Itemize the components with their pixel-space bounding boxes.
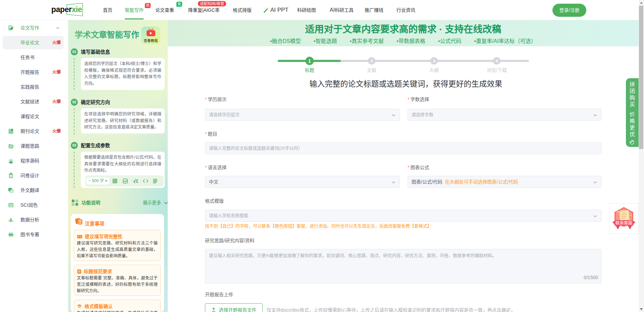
svg-text:标题: 标题 xyxy=(305,67,314,73)
svg-text:文献: 文献 xyxy=(367,67,376,73)
svg-text:大纲: 大纲 xyxy=(429,67,439,73)
svg-text:$: $ xyxy=(79,305,80,308)
svg-text:1: 1 xyxy=(308,58,311,64)
svg-text:SCI: SCI xyxy=(9,204,12,206)
svg-text:4: 4 xyxy=(495,58,498,63)
svg-text:译: 译 xyxy=(10,190,13,193)
svg-text:联系客服: 联系客服 xyxy=(615,220,633,225)
svg-text:2: 2 xyxy=(370,58,373,63)
svg-text:浏览/下载: 浏览/下载 xyxy=(487,67,507,73)
svg-text:3: 3 xyxy=(433,58,435,63)
